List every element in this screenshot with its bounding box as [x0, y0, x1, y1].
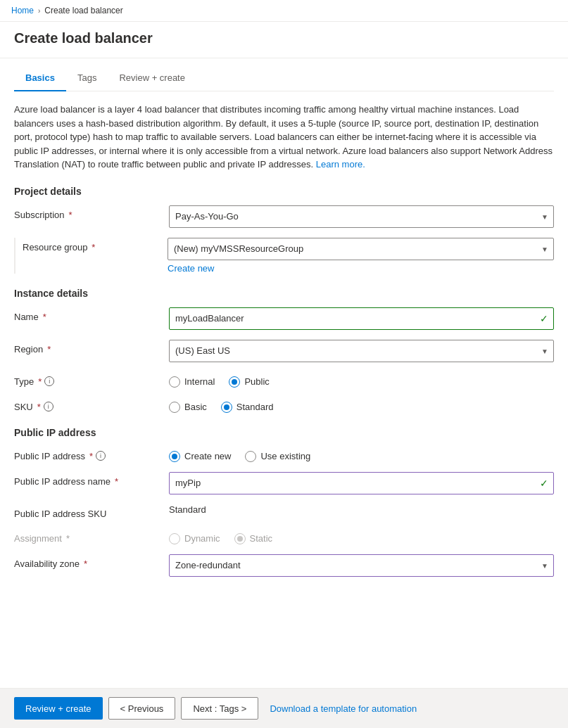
name-input-wrapper: ✓	[169, 307, 554, 330]
use-existing-radio[interactable]	[245, 451, 256, 462]
type-internal-label: Internal	[184, 376, 215, 387]
public-ip-name-row: Public IP address name * ✓	[14, 472, 554, 494]
subscription-select[interactable]: Pay-As-You-Go	[169, 205, 554, 228]
tab-review[interactable]: Review + create	[108, 67, 196, 91]
sku-required: *	[37, 402, 41, 412]
review-create-button[interactable]: Review + create	[14, 697, 103, 720]
assignment-dynamic-option[interactable]: Dynamic	[169, 533, 220, 544]
resource-group-select[interactable]: (New) myVMSSResourceGroup	[168, 238, 554, 260]
assignment-dynamic-label: Dynamic	[184, 533, 220, 544]
name-control: ✓	[169, 307, 554, 330]
sku-radio-group: Basic Standard	[169, 397, 554, 413]
type-info-icon[interactable]: i	[44, 376, 54, 386]
type-required: *	[38, 376, 42, 387]
sku-basic-radio[interactable]	[169, 402, 180, 413]
assignment-label: Assignment *	[14, 529, 169, 544]
subscription-control: Pay-As-You-Go ▼	[169, 205, 554, 228]
availability-zone-label: Availability zone *	[14, 554, 169, 569]
public-ip-sku-label: Public IP address SKU	[14, 504, 169, 519]
type-radio-group: Internal Public	[169, 372, 554, 388]
public-ip-name-label: Public IP address name *	[14, 472, 169, 487]
subscription-select-wrapper: Pay-As-You-Go ▼	[169, 205, 554, 228]
name-input[interactable]	[169, 307, 554, 330]
name-row: Name * ✓	[14, 307, 554, 330]
tab-tags[interactable]: Tags	[66, 67, 108, 91]
resource-group-row: Resource group * (New) myVMSSResourceGro…	[14, 238, 554, 274]
region-required: *	[47, 344, 51, 355]
create-new-label: Create new	[184, 451, 231, 461]
subscription-label: Subscription *	[14, 205, 169, 220]
assignment-required: *	[66, 533, 70, 544]
region-label: Region *	[14, 340, 169, 355]
type-public-radio[interactable]	[229, 376, 240, 388]
region-select[interactable]: (US) East US	[169, 340, 554, 362]
create-new-radio[interactable]	[169, 451, 180, 462]
resource-group-select-wrapper: (New) myVMSSResourceGroup ▼	[168, 238, 554, 260]
availability-zone-required: *	[84, 558, 87, 569]
assignment-static-option[interactable]: Static	[234, 533, 273, 544]
public-ip-name-input[interactable]	[169, 472, 554, 494]
type-control: Internal Public	[169, 372, 554, 388]
description-text: Azure load balancer is a layer 4 load ba…	[14, 104, 553, 170]
tabs: Basics Tags Review + create	[14, 58, 554, 91]
public-ip-sku-value: Standard	[169, 500, 206, 515]
region-row: Region * (US) East US ▼	[14, 340, 554, 362]
availability-zone-select[interactable]: Zone-redundant	[169, 554, 554, 577]
resource-group-label: Resource group *	[23, 238, 168, 253]
automation-link[interactable]: Download a template for automation	[270, 703, 417, 714]
public-ip-sku-control: Standard	[169, 504, 554, 515]
type-label: Type * i	[14, 372, 169, 387]
sku-control: Basic Standard	[169, 397, 554, 413]
sku-basic-label: Basic	[184, 402, 207, 412]
public-ip-address-control: Create new Use existing	[169, 447, 554, 462]
assignment-control: Dynamic Static	[169, 529, 554, 544]
subscription-required: *	[69, 210, 72, 220]
breadcrumb-current: Create load balancer	[44, 6, 122, 15]
assignment-row: Assignment * Dynamic Static	[14, 529, 554, 544]
instance-details-title: Instance details	[14, 288, 554, 299]
use-existing-option[interactable]: Use existing	[245, 451, 310, 462]
resource-group-control: (New) myVMSSResourceGroup ▼ Create new	[168, 238, 554, 274]
create-new-rg-link[interactable]: Create new	[168, 263, 214, 274]
breadcrumb: Home › Create load balancer	[0, 0, 568, 22]
public-ip-required: *	[89, 451, 93, 461]
create-new-option[interactable]: Create new	[169, 451, 231, 462]
public-ip-name-required: *	[115, 476, 118, 487]
tab-basics[interactable]: Basics	[14, 67, 66, 91]
name-required: *	[43, 312, 46, 322]
type-public-label: Public	[244, 376, 269, 387]
previous-button[interactable]: < Previous	[108, 697, 176, 720]
assignment-static-radio[interactable]	[234, 533, 246, 544]
type-internal-option[interactable]: Internal	[169, 376, 215, 388]
assignment-dynamic-radio[interactable]	[169, 533, 180, 544]
public-ip-radio-group: Create new Use existing	[169, 447, 554, 462]
sku-standard-option[interactable]: Standard	[221, 402, 274, 413]
page-title-bar: Create load balancer	[0, 22, 568, 58]
project-details-title: Project details	[14, 186, 554, 197]
public-ip-title: Public IP address	[14, 427, 554, 438]
assignment-static-label: Static	[250, 533, 273, 544]
breadcrumb-separator: ›	[38, 7, 40, 15]
name-check-icon: ✓	[540, 313, 548, 324]
public-ip-name-input-wrapper: ✓	[169, 472, 554, 494]
availability-zone-row: Availability zone * Zone-redundant ▼	[14, 554, 554, 577]
availability-zone-select-wrapper: Zone-redundant ▼	[169, 554, 554, 577]
next-button[interactable]: Next : Tags >	[181, 697, 258, 720]
assignment-radio-group: Dynamic Static	[169, 529, 554, 544]
description: Azure load balancer is a layer 4 load ba…	[14, 103, 554, 172]
sku-info-icon[interactable]: i	[44, 402, 53, 411]
sku-basic-option[interactable]: Basic	[169, 402, 207, 413]
breadcrumb-home[interactable]: Home	[11, 6, 34, 15]
public-ip-name-control: ✓	[169, 472, 554, 494]
name-label: Name *	[14, 307, 169, 322]
sku-label: SKU * i	[14, 397, 169, 412]
footer: Review + create < Previous Next : Tags >…	[0, 688, 568, 728]
sku-row: SKU * i Basic Standard	[14, 397, 554, 413]
public-ip-info-icon[interactable]: i	[96, 451, 106, 461]
public-ip-sku-row: Public IP address SKU Standard	[14, 504, 554, 519]
sku-standard-radio[interactable]	[221, 402, 232, 413]
type-internal-radio[interactable]	[169, 376, 180, 388]
learn-more-link[interactable]: Learn more.	[316, 159, 365, 170]
type-public-option[interactable]: Public	[229, 376, 269, 388]
content-area: Basics Tags Review + create Azure load b…	[0, 58, 568, 644]
